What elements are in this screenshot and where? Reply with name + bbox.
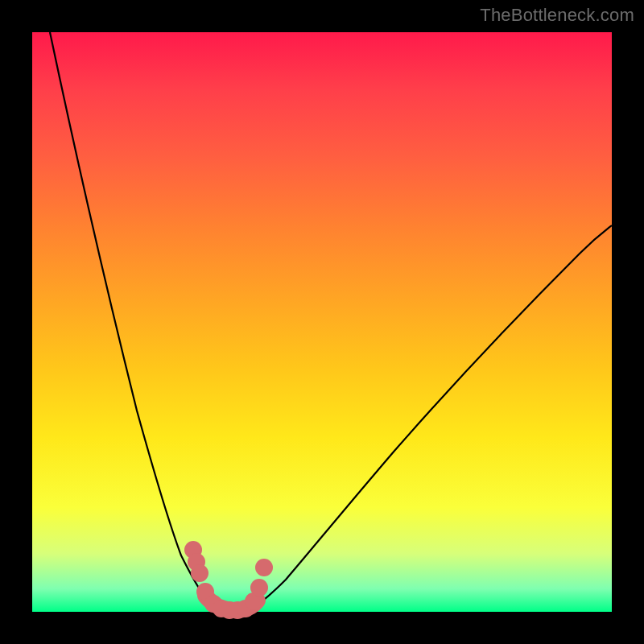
highlight-dot	[255, 559, 273, 576]
watermark-text: TheBottleneck.com	[480, 5, 634, 26]
curve-left-branch	[50, 32, 221, 610]
highlight-dot	[191, 564, 208, 582]
chart-frame: TheBottleneck.com	[0, 0, 644, 644]
curve-svg	[32, 32, 612, 612]
highlight-dot	[250, 579, 268, 597]
curve-right-branch	[250, 225, 612, 610]
plot-area	[32, 32, 612, 612]
